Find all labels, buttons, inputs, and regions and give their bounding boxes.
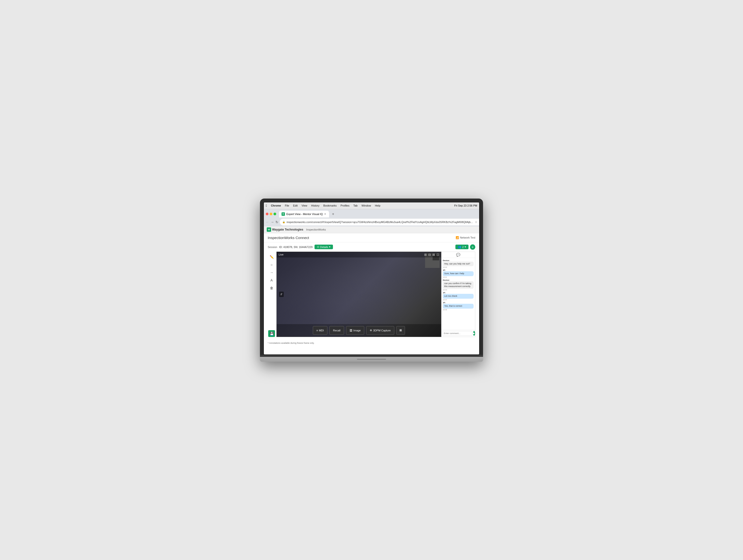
chat-message-4: JF: Let me check 16:47	[443, 292, 474, 300]
msg-time-5: 16:48	[443, 309, 474, 311]
viewer-area: ✏️ ○ → A 🗑 💾 Live ⊞ ⊟ ⊠	[264, 252, 479, 341]
menu-edit[interactable]: Edit	[292, 204, 299, 207]
menu-bookmarks[interactable]: Bookmarks	[322, 204, 338, 207]
video-ctrl-1[interactable]: ⊞	[424, 253, 427, 256]
details-chevron: ▾	[329, 245, 331, 248]
live-badge: Live	[279, 253, 283, 256]
video-ctrl-2[interactable]: ⊟	[428, 253, 431, 256]
video-controls: ⊞ ⊟ ⊠ ⊡	[424, 253, 439, 256]
msg-text-3: can you confirm if I'm taking this measu…	[443, 281, 474, 289]
address-bar-row: ← → ↻ 🔒 inspectionworks.com/connect/#!/e…	[266, 219, 477, 226]
reload-button[interactable]: ↻	[275, 219, 278, 225]
msg-time-2: 16:41	[443, 276, 474, 278]
add-participant-button[interactable]: +	[470, 244, 475, 250]
recall-label: Recall	[333, 329, 341, 332]
trackpad-bar	[357, 359, 386, 360]
msg-time-1: 16:40	[443, 267, 474, 268]
menu-file[interactable]: File	[283, 204, 291, 207]
recall-button[interactable]: Recall	[329, 326, 344, 335]
mdi-label: MDI	[319, 329, 324, 332]
session-label: Session	[268, 245, 277, 248]
capture-label: 3DPM Capture	[373, 329, 391, 332]
new-tab-button[interactable]: +	[330, 211, 336, 217]
chat-message-5: JF: Yes, that is correct 16:48	[443, 301, 474, 311]
chat-send-button[interactable]: ▶	[473, 331, 475, 336]
menu-view[interactable]: View	[300, 204, 309, 207]
apple-menu-icon[interactable]: 	[266, 204, 267, 207]
menubar-datetime: Fri Sep 23 2:56 PM	[454, 204, 477, 207]
forward-button[interactable]: →	[271, 219, 274, 225]
bookmarks-bar: W Waygate Technologies InspectionWorks	[264, 226, 479, 233]
menu-help[interactable]: Help	[374, 204, 382, 207]
menu-tab[interactable]: Tab	[352, 204, 359, 207]
menu-chrome[interactable]: Chrome	[269, 204, 282, 207]
erase-tool-btn[interactable]: 🗑	[268, 285, 275, 291]
laptop-base	[260, 357, 483, 362]
chrome-toolbar: W Expert View - Mentor Visual IQ × + ← →…	[264, 209, 479, 226]
laptop-screen:  Chrome File Edit View History Bookmark…	[263, 202, 480, 355]
mdi-button[interactable]: ≡ MDI	[313, 326, 327, 335]
address-bar[interactable]: 🔒 inspectionworks.com/connect/#!/expertV…	[280, 219, 480, 226]
video-container: Live ⊞ ⊟ ⊠ ⊡	[276, 252, 441, 337]
network-test-button[interactable]: 📶 Network Test	[456, 236, 475, 239]
url-text: inspectionworks.com/connect/#!/expertVie…	[287, 221, 473, 224]
circle-tool-btn[interactable]: ○	[268, 261, 275, 268]
capture-button[interactable]: ⊕ 3DPM Capture	[366, 326, 394, 335]
save-button[interactable]: 💾	[268, 330, 275, 337]
tab-title: Expert View - Mentor Visual IQ	[287, 213, 323, 216]
network-test-label: Network Test	[460, 236, 475, 239]
msg-time-3: 16:44	[443, 289, 474, 291]
bookmark-star-btn[interactable]: ☆	[474, 220, 478, 224]
chat-header: 💬	[441, 252, 475, 258]
msg-text-4: Let me check	[443, 294, 474, 299]
extra-icon: ■	[399, 328, 402, 333]
brand-logo: W Waygate Technologies	[267, 227, 303, 232]
maximize-window-btn[interactable]	[273, 213, 276, 215]
annotation-tool-overlay: //	[279, 292, 284, 297]
msg-sender-2: JF:	[443, 269, 474, 271]
tab-close-btn[interactable]: ×	[324, 213, 326, 216]
back-button[interactable]: ←	[266, 219, 269, 225]
chat-messages: Device: Hey, can you help me out? 16:40 …	[441, 258, 475, 330]
image-label: Image	[353, 329, 361, 332]
minimize-window-btn[interactable]	[270, 213, 272, 215]
menu-history[interactable]: History	[310, 204, 321, 207]
close-window-btn[interactable]	[266, 213, 268, 215]
laptop-outer:  Chrome File Edit View History Bookmark…	[260, 198, 483, 362]
msg-text-2: Sure, how can I help	[443, 271, 474, 276]
video-ctrl-3[interactable]: ⊠	[432, 253, 435, 256]
chat-message-3: Device: can you confirm if I'm taking th…	[443, 279, 474, 291]
inspectionworks-link[interactable]: InspectionWorks	[306, 228, 326, 231]
extra-control-btn[interactable]: ■	[396, 326, 405, 335]
participants-icon: 👥	[458, 245, 461, 248]
chat-input[interactable]	[442, 331, 472, 336]
participants-button[interactable]: 👥 2 ▾	[455, 245, 469, 249]
annotations-note: * Annotations available during freeze fr…	[264, 341, 479, 345]
mdi-icon: ≡	[316, 329, 318, 332]
video-ctrl-4[interactable]: ⊡	[436, 253, 439, 256]
menu-window[interactable]: Window	[360, 204, 373, 207]
session-id: ID: 418078, SN: 1644A7229	[279, 245, 313, 248]
reader-mode-btn[interactable]: ⊡	[479, 220, 480, 224]
video-topbar: Live ⊞ ⊟ ⊠ ⊡	[277, 252, 441, 258]
chat-message-1: Device: Hey, can you help me out? 16:40	[443, 260, 474, 268]
image-icon: 🖼	[350, 329, 352, 332]
network-icon: 📶	[456, 236, 459, 239]
text-tool-btn[interactable]: A	[268, 277, 275, 284]
participants-chevron: ▾	[465, 245, 466, 248]
laptop-hinge	[260, 355, 483, 357]
details-button[interactable]: ⊙ Details ▾	[314, 245, 333, 249]
image-button[interactable]: 🖼 Image	[346, 326, 364, 335]
pencil-tool-btn[interactable]: ✏️	[268, 253, 275, 261]
details-label: Details	[320, 245, 328, 248]
annotations-note-text: * Annotations available during freeze fr…	[268, 342, 314, 344]
tools-panel: ✏️ ○ → A 🗑 💾	[268, 252, 276, 337]
brand-name: Waygate Technologies	[272, 228, 303, 231]
msg-time-4: 16:47	[443, 299, 474, 300]
arrow-tool-btn[interactable]: →	[268, 269, 275, 276]
page-title: InspectionWorks Connect	[268, 236, 309, 240]
menu-profiles[interactable]: Profiles	[339, 204, 351, 207]
browser-tab[interactable]: W Expert View - Mentor Visual IQ ×	[279, 211, 329, 218]
msg-text-1: Hey, can you help me out?	[443, 262, 474, 267]
details-icon: ⊙	[317, 245, 319, 248]
